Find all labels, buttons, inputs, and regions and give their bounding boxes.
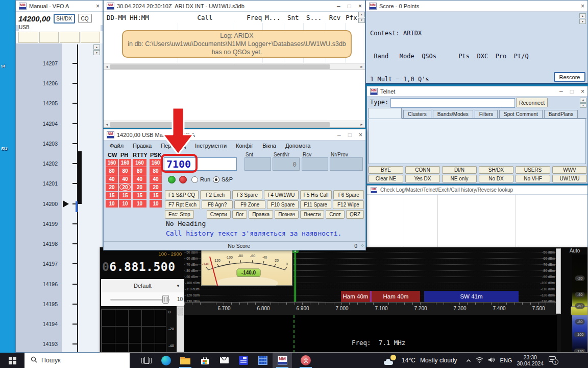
f6-button[interactable]: F6 Spare (333, 190, 364, 199)
log-col-rcv[interactable]: Rcv (325, 14, 345, 21)
telnet-shdx-button[interactable]: SH/DX (479, 166, 513, 174)
qrz-button[interactable]: QRZ (346, 210, 364, 219)
band-button[interactable]: 160 (106, 159, 118, 167)
band-button[interactable]: 40 (119, 175, 131, 183)
tab-bands-modes[interactable]: Bands/Modes (433, 110, 473, 118)
telnet-din-button[interactable]: DI/N (442, 166, 477, 174)
f5-button[interactable]: F5 His Call (300, 190, 332, 199)
telnet-novhf-button[interactable]: No VHF (516, 175, 550, 182)
f11-button[interactable]: F11 Spare (300, 200, 331, 209)
tab-clusters[interactable]: Clusters (403, 110, 431, 118)
close-icon[interactable]: × (581, 3, 584, 10)
band-button[interactable]: 20 (150, 183, 162, 191)
band-button[interactable]: 15 (106, 192, 118, 199)
weather-temp[interactable]: 14°C (402, 357, 415, 364)
sentnr-field[interactable]: 0 (273, 157, 300, 171)
menu-help[interactable]: Допомога (285, 143, 310, 149)
f1-button[interactable]: F1 S&P CQ (165, 190, 199, 199)
search-box[interactable]: Пошук (24, 353, 130, 368)
log-col-snt[interactable]: Snt (283, 14, 303, 21)
minimize-icon[interactable]: – (337, 131, 341, 139)
log-col-s[interactable]: S... (303, 14, 325, 21)
close-icon[interactable]: × (581, 88, 584, 95)
telnet-uw1wu-button[interactable]: UW1WU (552, 175, 587, 182)
telnet-clearne-button[interactable]: Clear NE (369, 175, 403, 182)
sp-radio[interactable] (213, 176, 219, 183)
cq-button[interactable]: CQ (78, 14, 92, 23)
log-col-pfx[interactable]: Pfx (345, 14, 358, 21)
telnet-output-pane[interactable] (369, 119, 586, 164)
menu-file[interactable]: Файл (110, 143, 124, 149)
tab-spot-comment[interactable]: Spot Comment (499, 110, 543, 118)
menu-windows[interactable]: Вікна (262, 143, 276, 149)
maximize-icon[interactable]: □ (348, 3, 351, 10)
bandmap-field[interactable] (18, 32, 38, 43)
maximize-icon[interactable]: □ (348, 131, 352, 139)
snt-field[interactable] (244, 157, 271, 171)
telnet-users-button[interactable]: USERS (516, 166, 550, 174)
start-button[interactable] (0, 353, 24, 368)
band-button[interactable]: 15 (150, 192, 162, 199)
nrprov-field[interactable] (330, 157, 363, 171)
mail-button[interactable] (214, 353, 234, 368)
band-button[interactable]: 160 (133, 159, 146, 167)
log-col-freq[interactable]: Freq (233, 14, 262, 21)
language-indicator[interactable]: ENG (500, 357, 512, 363)
n1mm-app-button[interactable]: NM (273, 353, 292, 368)
spot-button[interactable]: Спот (326, 210, 345, 219)
sdr-frequency-panel[interactable]: 100 - 2900 06.881.500 (101, 250, 184, 279)
edge-browser-button[interactable] (156, 353, 176, 368)
score-spinner[interactable]: ▲▼ (579, 13, 586, 24)
log-col-datetime[interactable]: DD-MM HH:MM (104, 14, 178, 21)
tab-main[interactable] (368, 108, 402, 119)
telnet-conn-button[interactable]: CONN (405, 166, 440, 174)
store-button[interactable] (195, 353, 214, 368)
bandmap-field[interactable] (81, 32, 101, 43)
log-scrollbar-top[interactable]: ◄ ► (104, 63, 365, 70)
store-button[interactable]: Внести (300, 210, 324, 219)
scroll-right-icon[interactable]: ► (358, 63, 365, 70)
band-button[interactable]: 80 (133, 167, 146, 175)
band-button[interactable]: 10 (150, 200, 162, 208)
telnet-nodx-button[interactable]: No DX (479, 175, 513, 182)
telnet-neonly-button[interactable]: NE only (442, 175, 477, 182)
weather-icon[interactable] (384, 355, 397, 366)
sdr-side-scrollbar[interactable] (177, 306, 184, 352)
band-button[interactable]: 10 (133, 200, 146, 208)
f2-button[interactable]: F2 Exch (200, 190, 231, 199)
scroll-left-icon[interactable]: ◄ (104, 121, 110, 127)
volume-slider-track[interactable] (110, 299, 170, 301)
wifi-icon[interactable] (476, 356, 483, 365)
telnet-spinner[interactable]: ▲▼ (580, 98, 586, 108)
bandmap-field[interactable] (39, 32, 59, 43)
waterfall-colorbar[interactable]: -20 -40 -60 -80 -100 -120 (572, 255, 587, 353)
edit-button[interactable]: Правка (249, 210, 273, 219)
log-scrollbar-bottom[interactable]: ◄ ► (104, 121, 365, 128)
tab-bandplans[interactable]: BandPlans (544, 110, 578, 118)
f7-button[interactable]: F7 Rpt Exch (165, 200, 200, 209)
band-button[interactable]: 20 (106, 183, 118, 191)
log-col-call[interactable]: Call (178, 14, 233, 21)
band-button[interactable]: 10 (106, 200, 118, 208)
log-spinner[interactable]: ▲▼ (358, 12, 365, 23)
telnet-yesdx-button[interactable]: Yes DX (405, 175, 440, 182)
band-button[interactable]: 80 (106, 167, 118, 175)
vfo-line[interactable] (295, 249, 296, 302)
tab-filters[interactable]: Filters (475, 110, 498, 118)
f3-button[interactable]: F3 Spare (232, 190, 263, 199)
bandmap-scale-area[interactable]: 14207 14206 14205 14204 14203 14202 1420… (16, 43, 103, 352)
task-view-button[interactable] (137, 353, 156, 368)
rescore-button[interactable]: Rescore (554, 72, 585, 82)
close-icon[interactable]: × (359, 131, 362, 139)
maximize-icon[interactable]: □ (570, 88, 574, 95)
volume-slider-handle[interactable] (162, 295, 169, 304)
clock[interactable]: 23:30 30.04.2024 (517, 354, 544, 366)
scroll-thumb[interactable] (110, 64, 330, 69)
spreadsheet-app-button[interactable] (253, 353, 273, 368)
telnet-wwv-button[interactable]: WWV (552, 166, 587, 174)
band-button[interactable]: 80 (119, 167, 131, 175)
band-button[interactable]: 10 (119, 200, 131, 208)
minimize-icon[interactable]: – (337, 3, 340, 10)
sdr-app-button[interactable] (296, 353, 315, 368)
frequency-axis[interactable]: 6.700 6.800 6.900 7.000 7.100 7.200 7.30… (184, 302, 557, 315)
